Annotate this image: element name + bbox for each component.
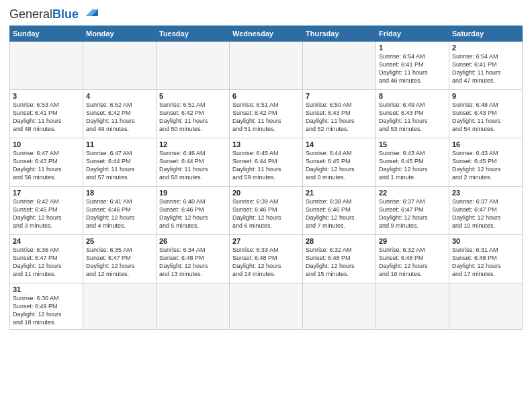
calendar-cell: 17Sunrise: 6:42 AM Sunset: 6:45 PM Dayli… bbox=[10, 187, 83, 235]
calendar-cell: 31Sunrise: 6:30 AM Sunset: 6:49 PM Dayli… bbox=[10, 283, 83, 330]
logo-icon bbox=[81, 4, 98, 21]
day-info: Sunrise: 6:51 AM Sunset: 6:42 PM Dayligh… bbox=[232, 101, 300, 134]
weekday-header-saturday: Saturday bbox=[449, 26, 523, 42]
day-info: Sunrise: 6:32 AM Sunset: 6:48 PM Dayligh… bbox=[379, 246, 446, 279]
calendar-cell: 1Sunrise: 6:54 AM Sunset: 6:41 PM Daylig… bbox=[376, 42, 449, 90]
week-row-0: 1Sunrise: 6:54 AM Sunset: 6:41 PM Daylig… bbox=[10, 42, 523, 90]
day-info: Sunrise: 6:36 AM Sunset: 6:47 PM Dayligh… bbox=[13, 246, 80, 279]
page: GeneralBlue SundayMondayTuesdayWednesday… bbox=[0, 0, 532, 411]
calendar-cell: 24Sunrise: 6:36 AM Sunset: 6:47 PM Dayli… bbox=[10, 235, 83, 283]
calendar-cell: 9Sunrise: 6:48 AM Sunset: 6:43 PM Daylig… bbox=[449, 90, 523, 138]
calendar-cell bbox=[376, 283, 449, 330]
calendar-cell: 12Sunrise: 6:46 AM Sunset: 6:44 PM Dayli… bbox=[157, 138, 230, 187]
calendar-cell: 21Sunrise: 6:38 AM Sunset: 6:46 PM Dayli… bbox=[303, 187, 376, 235]
calendar-cell: 13Sunrise: 6:45 AM Sunset: 6:44 PM Dayli… bbox=[230, 138, 303, 187]
day-number: 31 bbox=[13, 285, 80, 293]
day-number: 19 bbox=[159, 189, 226, 197]
day-number: 9 bbox=[452, 92, 519, 100]
day-number: 26 bbox=[159, 237, 226, 245]
day-number: 11 bbox=[86, 140, 153, 148]
calendar-cell: 8Sunrise: 6:49 AM Sunset: 6:43 PM Daylig… bbox=[376, 90, 449, 138]
calendar-cell bbox=[83, 42, 157, 90]
day-number: 2 bbox=[452, 44, 519, 52]
calendar-cell: 10Sunrise: 6:47 AM Sunset: 6:43 PM Dayli… bbox=[10, 138, 83, 187]
day-info: Sunrise: 6:50 AM Sunset: 6:43 PM Dayligh… bbox=[306, 101, 373, 134]
calendar-cell bbox=[230, 42, 303, 90]
day-info: Sunrise: 6:32 AM Sunset: 6:48 PM Dayligh… bbox=[306, 246, 373, 279]
day-info: Sunrise: 6:37 AM Sunset: 6:47 PM Dayligh… bbox=[452, 197, 519, 230]
day-info: Sunrise: 6:51 AM Sunset: 6:42 PM Dayligh… bbox=[159, 101, 226, 134]
calendar-cell bbox=[83, 283, 157, 330]
day-number: 30 bbox=[452, 237, 519, 245]
calendar-cell: 20Sunrise: 6:39 AM Sunset: 6:46 PM Dayli… bbox=[230, 187, 303, 235]
calendar-cell: 30Sunrise: 6:31 AM Sunset: 6:48 PM Dayli… bbox=[449, 235, 523, 283]
day-info: Sunrise: 6:43 AM Sunset: 6:45 PM Dayligh… bbox=[379, 149, 446, 182]
day-info: Sunrise: 6:39 AM Sunset: 6:46 PM Dayligh… bbox=[232, 197, 300, 230]
calendar: SundayMondayTuesdayWednesdayThursdayFrid… bbox=[9, 26, 523, 330]
calendar-cell: 27Sunrise: 6:33 AM Sunset: 6:48 PM Dayli… bbox=[230, 235, 303, 283]
calendar-cell: 25Sunrise: 6:35 AM Sunset: 6:47 PM Dayli… bbox=[83, 235, 157, 283]
weekday-header-wednesday: Wednesday bbox=[230, 26, 303, 42]
day-number: 24 bbox=[13, 237, 80, 245]
day-info: Sunrise: 6:47 AM Sunset: 6:43 PM Dayligh… bbox=[13, 149, 80, 182]
calendar-cell: 14Sunrise: 6:44 AM Sunset: 6:45 PM Dayli… bbox=[303, 138, 376, 187]
day-info: Sunrise: 6:46 AM Sunset: 6:44 PM Dayligh… bbox=[159, 149, 226, 182]
calendar-cell: 2Sunrise: 6:54 AM Sunset: 6:41 PM Daylig… bbox=[449, 42, 523, 90]
day-number: 28 bbox=[306, 237, 373, 245]
calendar-cell bbox=[157, 283, 230, 330]
day-info: Sunrise: 6:41 AM Sunset: 6:46 PM Dayligh… bbox=[86, 197, 153, 230]
day-info: Sunrise: 6:30 AM Sunset: 6:49 PM Dayligh… bbox=[13, 294, 80, 327]
day-number: 16 bbox=[452, 140, 519, 148]
day-info: Sunrise: 6:37 AM Sunset: 6:47 PM Dayligh… bbox=[379, 197, 446, 230]
day-number: 7 bbox=[306, 92, 373, 100]
day-info: Sunrise: 6:40 AM Sunset: 6:46 PM Dayligh… bbox=[159, 197, 226, 230]
weekday-header-tuesday: Tuesday bbox=[157, 26, 230, 42]
day-number: 25 bbox=[86, 237, 153, 245]
calendar-cell: 16Sunrise: 6:43 AM Sunset: 6:45 PM Dayli… bbox=[449, 138, 523, 187]
day-number: 6 bbox=[232, 92, 300, 100]
week-row-5: 31Sunrise: 6:30 AM Sunset: 6:49 PM Dayli… bbox=[10, 283, 523, 330]
weekday-header-friday: Friday bbox=[376, 26, 449, 42]
day-number: 29 bbox=[379, 237, 446, 245]
weekday-header-row: SundayMondayTuesdayWednesdayThursdayFrid… bbox=[10, 26, 523, 42]
calendar-cell: 11Sunrise: 6:47 AM Sunset: 6:44 PM Dayli… bbox=[83, 138, 157, 187]
day-number: 23 bbox=[452, 189, 519, 197]
day-info: Sunrise: 6:33 AM Sunset: 6:48 PM Dayligh… bbox=[232, 246, 300, 279]
calendar-cell: 6Sunrise: 6:51 AM Sunset: 6:42 PM Daylig… bbox=[230, 90, 303, 138]
calendar-cell: 18Sunrise: 6:41 AM Sunset: 6:46 PM Dayli… bbox=[83, 187, 157, 235]
day-info: Sunrise: 6:47 AM Sunset: 6:44 PM Dayligh… bbox=[86, 149, 153, 182]
day-number: 14 bbox=[306, 140, 373, 148]
day-number: 21 bbox=[306, 189, 373, 197]
day-number: 12 bbox=[159, 140, 226, 148]
day-info: Sunrise: 6:44 AM Sunset: 6:45 PM Dayligh… bbox=[306, 149, 373, 182]
day-info: Sunrise: 6:42 AM Sunset: 6:45 PM Dayligh… bbox=[13, 197, 80, 230]
day-number: 4 bbox=[86, 92, 153, 100]
day-info: Sunrise: 6:54 AM Sunset: 6:41 PM Dayligh… bbox=[379, 52, 446, 85]
day-info: Sunrise: 6:31 AM Sunset: 6:48 PM Dayligh… bbox=[452, 246, 519, 279]
calendar-cell: 22Sunrise: 6:37 AM Sunset: 6:47 PM Dayli… bbox=[376, 187, 449, 235]
day-number: 27 bbox=[232, 237, 300, 245]
day-info: Sunrise: 6:53 AM Sunset: 6:41 PM Dayligh… bbox=[13, 101, 80, 134]
week-row-2: 10Sunrise: 6:47 AM Sunset: 6:43 PM Dayli… bbox=[10, 138, 523, 187]
calendar-cell: 15Sunrise: 6:43 AM Sunset: 6:45 PM Dayli… bbox=[376, 138, 449, 187]
day-number: 22 bbox=[379, 189, 446, 197]
day-number: 15 bbox=[379, 140, 446, 148]
calendar-cell bbox=[449, 283, 523, 330]
day-number: 10 bbox=[13, 140, 80, 148]
weekday-header-sunday: Sunday bbox=[10, 26, 83, 42]
day-info: Sunrise: 6:48 AM Sunset: 6:43 PM Dayligh… bbox=[452, 101, 519, 134]
header: GeneralBlue bbox=[9, 7, 523, 21]
day-number: 17 bbox=[13, 189, 80, 197]
calendar-cell: 3Sunrise: 6:53 AM Sunset: 6:41 PM Daylig… bbox=[10, 90, 83, 138]
logo-text: GeneralBlue bbox=[9, 8, 79, 20]
day-info: Sunrise: 6:35 AM Sunset: 6:47 PM Dayligh… bbox=[86, 246, 153, 279]
day-number: 13 bbox=[232, 140, 300, 148]
calendar-cell: 29Sunrise: 6:32 AM Sunset: 6:48 PM Dayli… bbox=[376, 235, 449, 283]
calendar-cell bbox=[157, 42, 230, 90]
calendar-cell: 7Sunrise: 6:50 AM Sunset: 6:43 PM Daylig… bbox=[303, 90, 376, 138]
calendar-cell: 19Sunrise: 6:40 AM Sunset: 6:46 PM Dayli… bbox=[157, 187, 230, 235]
day-info: Sunrise: 6:38 AM Sunset: 6:46 PM Dayligh… bbox=[306, 197, 373, 230]
day-number: 18 bbox=[86, 189, 153, 197]
logo: GeneralBlue bbox=[9, 7, 98, 21]
calendar-cell: 5Sunrise: 6:51 AM Sunset: 6:42 PM Daylig… bbox=[157, 90, 230, 138]
